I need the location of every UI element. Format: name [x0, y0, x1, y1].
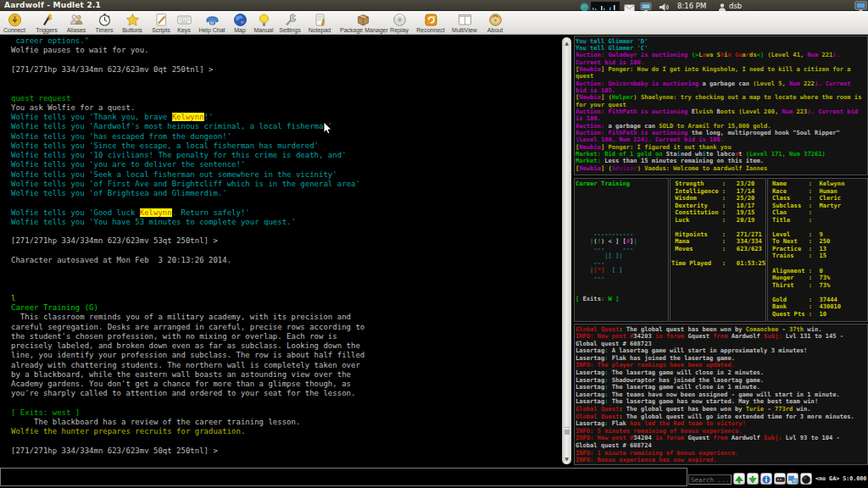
console-line: Academy gardens. You don't get a chance … [11, 380, 560, 389]
text-segment: Character autosaved at Mon Feb 3 20:13:2… [11, 256, 231, 264]
toolbar-about[interactable]: About [472, 12, 518, 34]
console-line [11, 227, 560, 236]
text-segment: ) Vaedus: Welcome to aardwolf Iannes [637, 164, 768, 172]
chat-line: Auction: Unicornbaby is auctioning a gar… [576, 80, 861, 87]
search-input[interactable] [688, 474, 732, 485]
stats-line: Moves : 623/623 [671, 246, 765, 253]
text-segment: Lvl 131 to 145 - [786, 332, 843, 340]
console-line: Wolfie tells you 'of First Ave and Brigh… [11, 180, 560, 189]
console-line: Career Training (G) [11, 303, 560, 313]
text-segment: [ ] [604, 266, 622, 274]
triggers-icon [40, 13, 54, 27]
text-segment: already with chattering students. The no… [11, 361, 360, 369]
scrollbar-down-arrow-icon[interactable]: ▼ [562, 456, 571, 462]
console-line [11, 437, 560, 446]
text-segment: (Level 5, [749, 80, 789, 87]
console-line [11, 75, 560, 84]
text-segment: Aardwolf [732, 434, 760, 441]
console-line: quest request [11, 94, 560, 103]
command-input[interactable] [0, 468, 687, 486]
text-segment: [271/271hp 334/334mn 623/623mv 0qt 250tn… [11, 65, 213, 74]
console-scrollbar[interactable]: ▲ ▼ [562, 37, 571, 464]
text-segment: line, you identify your profession and s… [11, 351, 364, 359]
text-segment: a [709, 51, 717, 58]
text-segment: ] Ponger: How do I get into Kingsholm, I… [601, 65, 851, 73]
text-segment: (> [692, 51, 699, 58]
text-segment: Kelwynn [140, 208, 172, 217]
text-segment: lvish [695, 108, 717, 115]
text-segment: Num [789, 80, 800, 87]
text-segment: Time Played : 01:53:25 [671, 259, 765, 267]
scroll-up-icon [735, 475, 743, 484]
map-line: [ Exits: W ] [576, 296, 637, 303]
text-segment: Subj: [760, 332, 786, 340]
text-segment: Aardwolf [732, 332, 760, 340]
notepad-icon [313, 13, 327, 27]
console-line: l [11, 294, 560, 303]
info-button[interactable] [760, 473, 772, 485]
console-line [11, 399, 560, 408]
text-segment: Lvl 93 to 104 - [786, 434, 840, 441]
toolbar-label: About [472, 27, 518, 33]
character-panel: Name : KelwynnRace : HumanClass : Cleric… [767, 178, 868, 322]
username-label[interactable]: dsb [729, 2, 742, 10]
toolbar-label: Notepad [297, 27, 342, 33]
text-segment: careful segregation. Desks are arranged … [11, 323, 364, 331]
text-segment: ds [749, 51, 757, 58]
text-segment: The blackboard has a review of the caree… [11, 418, 300, 426]
text-segment: Career Training (G) [11, 303, 98, 312]
screens-button[interactable] [787, 473, 798, 485]
multiview-icon [458, 13, 472, 27]
scroll-up-button[interactable] [733, 473, 745, 485]
text-segment: Trains : 15 [772, 252, 826, 259]
text-segment: <) [757, 51, 765, 58]
console-line: you're sharply called to attention and o… [11, 389, 560, 398]
room-name: Career Training [576, 180, 630, 188]
clock[interactable]: 8:16 PM [677, 2, 706, 10]
connect-icon [8, 13, 22, 27]
console-line [11, 84, 560, 93]
console-line: Wolfie tells you '10 civilians! The pena… [11, 151, 560, 160]
text-segment: ). Current bid [807, 108, 858, 115]
text-segment: You ask Wolfie for a quest. [11, 103, 135, 112]
text-segment: Wolfie the hunter prepares recruits for … [11, 427, 245, 435]
text-segment: [271/271hp 334/334mn 623/623mv 53qt 250t… [11, 236, 218, 245]
text-segment: Gu [735, 51, 743, 58]
keyboard-button[interactable] [774, 473, 786, 485]
console-line: [271/271hp 334/334mn 623/623mv 50qt 250t… [11, 446, 560, 456]
chat-capture-panel: You tell Glimmer 'D'You tell Glimmer 'C'… [574, 36, 868, 175]
text-segment: [ Exits: west ] [11, 408, 80, 417]
console-line: This classroom reminds you of a military… [11, 313, 560, 322]
text-segment: Gquest [687, 434, 709, 441]
console-line: Wolfie tells you 'has escaped from the d… [11, 132, 560, 141]
status-latency: <no GA> S:0.000 [815, 475, 866, 482]
stats-line: Time Played : 01:53:25 [671, 260, 765, 268]
text-segment: Luck : 20/19 [671, 216, 754, 224]
text-segment: Wolfie tells you 'You have 53 minutes to… [11, 218, 296, 226]
main-console[interactable]: career options."Wolfie pauses to wait fo… [11, 36, 560, 467]
text-segment: Moves : 623/623 [671, 245, 762, 252]
char-line: Quest Pts : 10 [772, 311, 844, 319]
console-line [11, 265, 560, 274]
toolbar-notepad[interactable]: Notepad [297, 12, 342, 34]
text-segment: ] [612, 295, 620, 302]
package-manager-icon [356, 13, 370, 27]
text-segment: in forum [652, 434, 688, 441]
sphere-button[interactable] [800, 473, 812, 485]
buttons-icon [125, 13, 140, 27]
scroll-down-button[interactable] [747, 473, 759, 485]
desktop-panel: Aardwolf - Mudlet 2.1 8:16 PM dsb [0, 0, 868, 11]
console-line: careful segregation. Desks are arranged … [11, 323, 560, 332]
text-segment: Exits [583, 295, 601, 302]
text-segment: you're sharply called to attention and o… [11, 389, 355, 397]
map-line [576, 281, 637, 289]
text-segment: Thirst : 73% [772, 281, 830, 289]
global-quest-panel: Global Quest: The global quest has been … [574, 324, 868, 465]
text-segment: precisely labeled, and broken down even … [11, 341, 360, 350]
text-segment: in forum [652, 332, 688, 340]
sphere-icon [802, 475, 810, 484]
scrollbar-up-arrow-icon[interactable]: ▲ [562, 40, 571, 46]
room-map-panel: Career Training ----------- |(!) < ] [#]… [574, 178, 669, 322]
scrollbar-grip[interactable] [565, 427, 570, 430]
console-line: Wolfie tells you 'you are to deliver the… [11, 160, 560, 169]
